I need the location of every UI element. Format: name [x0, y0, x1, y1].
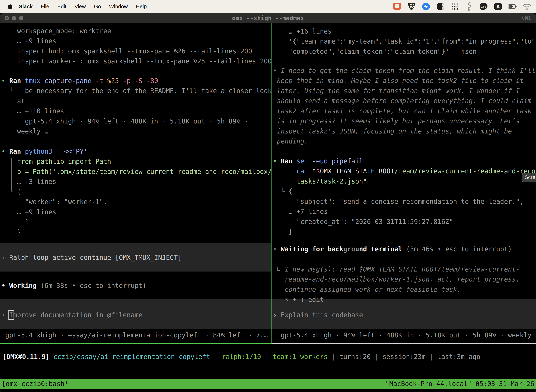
- text-segment: inspect task2's JSON, focusing on the st…: [273, 127, 512, 135]
- text-segment: Waiting for back: [281, 245, 344, 253]
- text-segment: readme-and-reco/mailbox/worker-1.json, a…: [273, 275, 520, 283]
- omx-status-segment: turns:20: [340, 353, 371, 361]
- text-segment: "created_at": "2026-03-31T11:59:27.816Z": [273, 218, 453, 225]
- pane-bottom-border-left: [0, 343, 272, 344]
- terminal-line: gpt-5.4 xhigh · essay/ai-reimplementatio…: [1, 330, 271, 340]
- terminal-line: • Ran tmux capture-pane -t %25 -p -S -80: [1, 76, 271, 86]
- privacy-shield-icon[interactable]: [407, 2, 416, 11]
- terminal-line: gpt-5.4 xhigh · 94% left · 488K in · 5.1…: [273, 330, 536, 340]
- text-segment: I: [9, 311, 13, 319]
- terminal-line: should send a message before completing …: [273, 96, 536, 106]
- chat-app-icon[interactable]: [392, 2, 402, 11]
- text-segment: Ralph loop active continue [OMX_TMUX_INJ…: [9, 254, 182, 261]
- omx-status-line: [OMX#0.11.9] cczip/essay/ai-reimplementa…: [2, 352, 480, 362]
- text-segment: I need to get the claim token from the c…: [281, 67, 536, 75]
- wifi-icon[interactable]: [522, 2, 531, 11]
- text-segment: ↳: [273, 266, 285, 273]
- terminal-line: later. Using the same for transition mig…: [273, 86, 536, 96]
- terminal-line: at: [1, 96, 271, 106]
- macos-menu-bar: SlackFileEditViewGoWindowHelp: [0, 0, 536, 13]
- omx-status-segment: last:3m ago: [437, 353, 480, 361]
- text-segment: •: [1, 148, 9, 155]
- text-segment: ]: [1, 218, 29, 226]
- window-title-bar[interactable]: omx --xhigh --madmax ⌥⌘1: [0, 13, 536, 23]
- menu-item-slack[interactable]: Slack: [15, 4, 37, 9]
- text-segment: … +16 lines: [273, 28, 332, 35]
- pane-divider[interactable]: [271, 23, 272, 343]
- text-segment: from pathlib import Path: [1, 158, 111, 165]
- dots-grid-icon[interactable]: [450, 2, 459, 11]
- battery-icon[interactable]: [508, 2, 517, 11]
- menu-item-edit[interactable]: Edit: [53, 4, 71, 9]
- terminal-line: … +9 lines: [1, 36, 271, 46]
- terminal-line: gpt-5.4 xhigh · 94% left · 488K in · 5.1…: [1, 116, 271, 126]
- omx-status-segment: |: [371, 353, 383, 361]
- text-segment: }: [1, 229, 21, 236]
- text-segment: inspect_worker-1: omx sparkshell --tmux-…: [1, 57, 271, 65]
- terminal-line: • Working (6m 38s • esc to interrupt): [1, 281, 271, 291]
- svg-text:A: A: [496, 4, 500, 9]
- terminal-line: inspect_hud: omx sparkshell --tmux-pane …: [1, 46, 271, 56]
- text-segment: mprove documentation in @filename: [13, 311, 143, 319]
- text-segment: later. Using the same for transition mig…: [273, 87, 520, 95]
- count-badge-icon[interactable]: ..61: [479, 2, 488, 11]
- text-segment: %25: [107, 77, 123, 85]
- terminal-line: '{"team_name":"my-team","task_id":"1","f…: [273, 36, 536, 47]
- text-segment: … +9 lines: [1, 208, 56, 216]
- text-segment: … +9 lines: [1, 37, 56, 45]
- terminal-line: … +3 lines: [1, 177, 271, 187]
- text-segment: [273, 167, 297, 175]
- text-segment: "worker": "worker-1",: [1, 198, 107, 206]
- terminal-line: from pathlib import Path: [1, 156, 271, 167]
- text-segment: at: [1, 97, 25, 105]
- sync-badge-icon[interactable]: [421, 2, 431, 11]
- terminal-window: omx --xhigh --madmax ⌥⌘1 workspace_mode:…: [0, 13, 536, 392]
- terminal-line: └ {: [273, 186, 536, 196]
- text-segment: [273, 177, 297, 185]
- text-segment: ": [363, 177, 367, 185]
- menu-item-help[interactable]: Help: [132, 4, 151, 9]
- terminal-line: ]: [1, 217, 271, 227]
- text-segment: -p -S -80: [123, 77, 158, 85]
- terminal-line: cat "$OMX_TEAM_STATE_ROOT/team/review-cu…: [273, 166, 536, 176]
- screen-overlay-tooltip: Scre: [522, 173, 536, 182]
- text-segment: nd terminal: [359, 245, 406, 253]
- text-segment: Ran: [281, 157, 297, 165]
- menu-item-view[interactable]: View: [70, 4, 90, 9]
- terminal-line: … +9 lines: [1, 207, 271, 217]
- terminal-line: inspect task2's JSON, focusing on the st…: [273, 126, 536, 136]
- squiggle-icon[interactable]: [464, 2, 474, 11]
- terminal-line: › Explain this codebase: [273, 310, 536, 320]
- text-segment: '{"team_name":"my-team","task_id":"1","f…: [273, 37, 536, 45]
- menu-item-window[interactable]: Window: [105, 4, 132, 9]
- menu-item-go[interactable]: Go: [90, 4, 105, 9]
- terminal-line: }: [1, 227, 271, 238]
- omx-status-segment: |: [261, 353, 273, 361]
- input-source-icon[interactable]: A: [493, 2, 502, 11]
- terminal-line: task2 after task1 is complete, but can I…: [273, 106, 536, 116]
- terminal-line: • I need to get the claim token from the…: [273, 66, 536, 76]
- terminal-line: ⌥ + ↑ edit: [273, 294, 536, 305]
- text-segment: }: [273, 228, 292, 236]
- terminal-line: └ {: [1, 187, 271, 197]
- text-segment: OMX_TEAM_STATE_ROOT: [320, 167, 394, 175]
- text-segment: inspect_hud: omx sparkshell --tmux-pane …: [1, 47, 252, 55]
- text-segment: pending.: [273, 138, 308, 145]
- pane-bottom-border-right: [272, 343, 536, 344]
- text-segment: task2 after task1 is complete, but can I…: [273, 107, 531, 115]
- terminal-line: … +110 lines: [1, 106, 271, 116]
- menu-bar-left: SlackFileEditViewGoWindowHelp: [0, 0, 151, 13]
- text-segment: gpt-5.4 xhigh · 94% left · 488K in · 5.1…: [273, 331, 536, 339]
- omx-status-segment: |: [328, 353, 340, 361]
- terminal-line: • Ran python3 - <<'PY': [1, 146, 271, 157]
- text-segment: "subject": "send a concise recommendatio…: [273, 198, 524, 205]
- terminal-line: readme-and-reco/mailbox/worker-1.json, a…: [273, 274, 536, 285]
- crescent-app-icon[interactable]: [436, 2, 445, 11]
- terminal-line: workspace_mode: worktree: [1, 26, 271, 36]
- apple-menu-icon[interactable]: [7, 3, 13, 10]
- menu-item-file[interactable]: File: [37, 4, 53, 9]
- text-segment: Working: [9, 282, 41, 289]
- omx-status-segment: |: [426, 353, 437, 361]
- terminal-line: is in progress? It seems likely but perh…: [273, 116, 536, 126]
- text-segment: <<'PY': [64, 148, 88, 155]
